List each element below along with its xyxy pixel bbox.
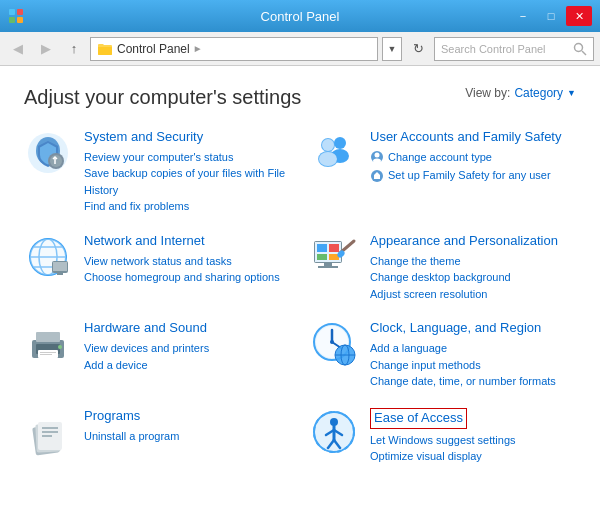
svg-point-46 xyxy=(58,345,62,349)
user-accounts-title[interactable]: User Accounts and Family Safety xyxy=(370,129,576,146)
breadcrumb: Control Panel ► xyxy=(117,42,203,56)
search-placeholder: Search Control Panel xyxy=(441,43,546,55)
view-by-label: View by: xyxy=(465,86,510,100)
title-bar: Control Panel − □ ✕ xyxy=(0,0,600,32)
app-icon xyxy=(8,8,24,24)
svg-point-18 xyxy=(375,153,380,158)
programs-title[interactable]: Programs xyxy=(84,408,290,425)
ease-of-access-icon xyxy=(310,408,358,456)
system-security-link-2[interactable]: Save backup copies of your files with Fi… xyxy=(84,165,290,198)
main-content: Adjust your computer's settings View by:… xyxy=(0,66,600,507)
clock-title[interactable]: Clock, Language, and Region xyxy=(370,320,576,337)
category-system-security: System and Security Review your computer… xyxy=(24,129,290,215)
network-icon xyxy=(24,233,72,281)
close-button[interactable]: ✕ xyxy=(566,6,592,26)
category-network: Network and Internet View network status… xyxy=(24,233,290,302)
svg-rect-0 xyxy=(9,9,15,15)
svg-rect-44 xyxy=(40,352,56,353)
address-bar: ◀ ▶ ↑ Control Panel ► ▼ ↻ Search Control… xyxy=(0,32,600,66)
svg-rect-2 xyxy=(9,17,15,23)
network-title[interactable]: Network and Internet xyxy=(84,233,290,250)
minimize-button[interactable]: − xyxy=(510,6,536,26)
svg-rect-28 xyxy=(53,262,67,271)
ease-of-access-title[interactable]: Ease of Access xyxy=(370,408,467,429)
svg-point-51 xyxy=(330,340,334,344)
appearance-icon xyxy=(310,233,358,281)
clock-link-1[interactable]: Add a language xyxy=(370,340,576,357)
category-clock: Clock, Language, and Region Add a langua… xyxy=(310,320,576,389)
view-by-value[interactable]: Category xyxy=(514,86,563,100)
system-security-title[interactable]: System and Security xyxy=(84,129,290,146)
hardware-content: Hardware and Sound View devices and prin… xyxy=(84,320,290,373)
title-bar-controls: − □ ✕ xyxy=(510,6,592,26)
category-hardware: Hardware and Sound View devices and prin… xyxy=(24,320,290,389)
search-field[interactable]: Search Control Panel xyxy=(434,37,594,61)
user-accounts-link-1[interactable]: Change account type xyxy=(388,149,492,166)
svg-rect-32 xyxy=(317,244,327,252)
svg-rect-45 xyxy=(40,354,52,355)
back-button[interactable]: ◀ xyxy=(6,37,30,61)
clock-link-2[interactable]: Change input methods xyxy=(370,357,576,374)
user-accounts-icon xyxy=(310,129,358,177)
category-programs: Programs Uninstall a program xyxy=(24,408,290,465)
svg-rect-1 xyxy=(17,9,23,15)
programs-icon xyxy=(24,408,72,456)
appearance-title[interactable]: Appearance and Personalization xyxy=(370,233,576,250)
appearance-content: Appearance and Personalization Change th… xyxy=(370,233,576,302)
svg-point-13 xyxy=(334,137,346,149)
system-security-link-1[interactable]: Review your computer's status xyxy=(84,149,290,166)
maximize-button[interactable]: □ xyxy=(538,6,564,26)
hardware-link-2[interactable]: Add a device xyxy=(84,357,290,374)
user-accounts-link-2[interactable]: Set up Family Safety for any user xyxy=(388,167,551,184)
clock-link-3[interactable]: Change date, time, or number formats xyxy=(370,373,576,390)
svg-rect-34 xyxy=(317,254,327,260)
hardware-link-1[interactable]: View devices and printers xyxy=(84,340,290,357)
address-field[interactable]: Control Panel ► xyxy=(90,37,378,61)
svg-point-19 xyxy=(373,159,381,164)
svg-point-9 xyxy=(50,155,62,167)
category-ease-of-access: Ease of Access Let Windows suggest setti… xyxy=(310,408,576,465)
system-security-content: System and Security Review your computer… xyxy=(84,129,290,215)
svg-line-5 xyxy=(582,51,586,55)
view-by: View by: Category ▼ xyxy=(465,86,576,100)
appearance-link-1[interactable]: Change the theme xyxy=(370,253,576,270)
system-security-link-3[interactable]: Find and fix problems xyxy=(84,198,290,215)
address-dropdown-button[interactable]: ▼ xyxy=(382,37,402,61)
page-header: Adjust your computer's settings View by:… xyxy=(24,86,576,109)
clock-content: Clock, Language, and Region Add a langua… xyxy=(370,320,576,389)
up-button[interactable]: ↑ xyxy=(62,37,86,61)
svg-rect-33 xyxy=(329,244,339,252)
network-content: Network and Internet View network status… xyxy=(84,233,290,286)
refresh-button[interactable]: ↻ xyxy=(406,37,430,61)
system-security-icon xyxy=(24,129,72,177)
search-icon xyxy=(573,42,587,56)
breadcrumb-arrow: ► xyxy=(193,43,203,54)
view-by-dropdown-icon[interactable]: ▼ xyxy=(567,88,576,98)
appearance-link-3[interactable]: Adjust screen resolution xyxy=(370,286,576,303)
hardware-icon xyxy=(24,320,72,368)
forward-button[interactable]: ▶ xyxy=(34,37,58,61)
svg-point-15 xyxy=(322,139,334,151)
appearance-link-2[interactable]: Change desktop background xyxy=(370,269,576,286)
family-safety-icon xyxy=(370,169,384,183)
clock-icon xyxy=(310,320,358,368)
programs-content: Programs Uninstall a program xyxy=(84,408,290,444)
network-link-1[interactable]: View network status and tasks xyxy=(84,253,290,270)
folder-icon xyxy=(97,42,113,56)
title-bar-left xyxy=(8,8,24,24)
programs-link-1[interactable]: Uninstall a program xyxy=(84,428,290,445)
categories-grid: System and Security Review your computer… xyxy=(24,129,576,483)
user-accounts-content: User Accounts and Family Safety Change a… xyxy=(370,129,576,184)
page-title: Adjust your computer's settings xyxy=(24,86,301,109)
svg-rect-36 xyxy=(324,263,332,266)
svg-rect-29 xyxy=(57,273,63,275)
hardware-title[interactable]: Hardware and Sound xyxy=(84,320,290,337)
category-appearance: Appearance and Personalization Change th… xyxy=(310,233,576,302)
breadcrumb-item: Control Panel xyxy=(117,42,190,56)
ease-of-access-link-2[interactable]: Optimize visual display xyxy=(370,448,576,465)
change-account-icon xyxy=(370,150,384,164)
svg-rect-37 xyxy=(318,266,338,268)
ease-of-access-link-1[interactable]: Let Windows suggest settings xyxy=(370,432,576,449)
network-link-2[interactable]: Choose homegroup and sharing options xyxy=(84,269,290,286)
svg-point-16 xyxy=(319,152,337,166)
